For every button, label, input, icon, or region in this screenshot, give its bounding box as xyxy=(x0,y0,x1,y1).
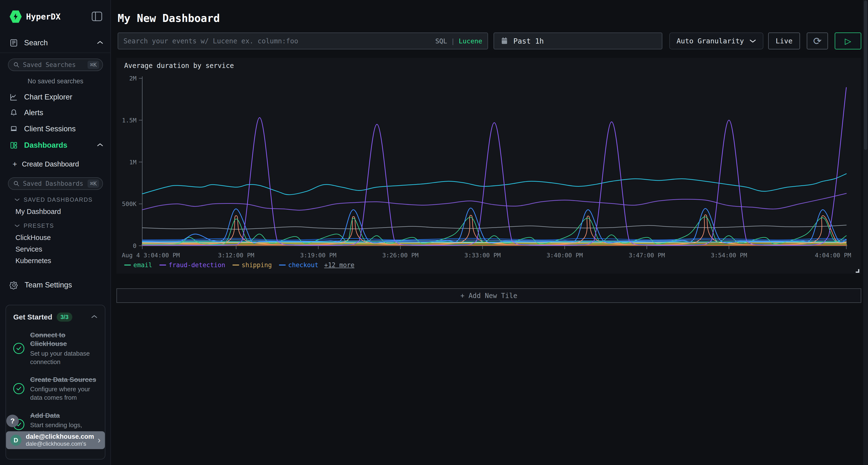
toggle-divider: | xyxy=(451,37,455,45)
x-tick-label: 3:12:00 PM xyxy=(218,252,254,259)
lucene-toggle[interactable]: Lucene xyxy=(459,37,482,45)
get-started-item-title: Add Data xyxy=(30,411,98,420)
sidebar-item-client-sessions[interactable]: Client Sessions xyxy=(10,123,103,135)
legend-swatch xyxy=(124,265,131,266)
presets-section-header[interactable]: PRESETS xyxy=(14,222,54,229)
chart-line-unnamed-dark-orange xyxy=(142,245,846,245)
user-menu[interactable]: D dale@clickhouse.com dale@clickhouse.co… xyxy=(6,431,105,449)
dashboards-grid-icon xyxy=(10,141,18,150)
shortcut-badge: ⌘K xyxy=(88,61,99,69)
sidebar-item-dashboards[interactable]: Dashboards xyxy=(10,139,103,152)
page-title: My New Dashboard xyxy=(118,12,220,24)
chevron-up-icon[interactable] xyxy=(97,40,103,45)
sql-toggle[interactable]: SQL xyxy=(435,37,447,45)
legend-item-checkout[interactable]: checkout xyxy=(279,261,318,269)
sidebar-item-kubernetes[interactable]: Kubernetes xyxy=(16,257,51,265)
y-tick-label: 0 xyxy=(133,242,136,250)
chevron-down-icon xyxy=(14,198,20,201)
y-tick-label: 500K xyxy=(122,200,136,207)
legend-label: shipping xyxy=(242,261,272,269)
calendar-icon xyxy=(501,37,508,45)
get-started-item-title: Connect to ClickHouse xyxy=(30,331,98,348)
legend-item-email[interactable]: email xyxy=(124,261,152,269)
main-content: My New Dashboard SQL | Lucene Past 1h Au… xyxy=(112,0,863,465)
laptop-icon xyxy=(10,125,18,133)
time-range-value: Past 1h xyxy=(513,37,544,45)
saved-searches-input[interactable] xyxy=(23,61,88,68)
avatar: D xyxy=(10,435,22,446)
tile-resize-handle[interactable] xyxy=(856,269,859,273)
saved-dashboards-section-header[interactable]: SAVED DASHBOARDS xyxy=(14,196,93,203)
search-section-label: Search xyxy=(24,38,48,47)
legend-label: fraud-detection xyxy=(168,261,225,269)
scrollbar-thumb[interactable] xyxy=(864,0,867,150)
get-started-item-title: Create Data Sources xyxy=(30,375,98,384)
granularity-select[interactable]: Auto Granularity xyxy=(669,33,763,49)
get-started-item-sources[interactable]: Create Data Sources Configure where your… xyxy=(13,375,98,402)
legend-swatch xyxy=(279,265,286,266)
section-label: PRESETS xyxy=(24,222,54,229)
run-query-button[interactable]: ▷ xyxy=(835,33,861,49)
saved-searches-searchbox[interactable]: ⌘K xyxy=(8,59,103,71)
chart-line-unnamed-cyan xyxy=(142,174,846,195)
refresh-icon: ⟳ xyxy=(813,35,822,47)
dashboard-tile[interactable]: Average duration by service 2M1.5M1M500K… xyxy=(117,58,861,274)
chevron-down-icon xyxy=(749,39,756,43)
team-settings-label: Team Settings xyxy=(25,281,72,289)
section-label: SAVED DASHBOARDS xyxy=(24,196,93,203)
chevron-right-icon: › xyxy=(98,435,100,445)
help-button[interactable]: ? xyxy=(6,414,19,427)
add-new-tile-button[interactable]: + Add New Tile xyxy=(117,289,861,303)
app-name: HyperDX xyxy=(26,12,61,22)
chart-line-unnamed-grey xyxy=(142,225,846,229)
granularity-value: Auto Granularity xyxy=(677,37,744,45)
time-range-picker[interactable]: Past 1h xyxy=(494,33,662,49)
chart-explorer-icon xyxy=(10,93,18,101)
hyperdx-logo-icon xyxy=(10,10,22,23)
create-dashboard-label: Create Dashboard xyxy=(22,160,79,168)
legend-item-fraud-detection[interactable]: fraud-detection xyxy=(159,261,225,269)
shortcut-badge: ⌘K xyxy=(88,179,99,188)
legend-more-link[interactable]: +12 more xyxy=(324,261,354,269)
live-button[interactable]: Live xyxy=(768,33,800,49)
sidebar: HyperDX Search ⌘K No saved searches Char… xyxy=(0,0,111,465)
gear-icon xyxy=(10,281,18,289)
duration-line-chart: 2M1.5M1M500K0Aug 4 3:04:00 PM3:12:00 PM3… xyxy=(117,58,861,260)
sidebar-item-services[interactable]: Services xyxy=(16,245,42,253)
refresh-button[interactable]: ⟳ xyxy=(807,33,828,49)
x-tick-label: 3:47:00 PM xyxy=(628,252,665,259)
check-circle-icon xyxy=(13,343,24,354)
sidebar-item-search[interactable]: Search xyxy=(10,37,103,49)
chart-line-unnamed-blue-low xyxy=(142,238,846,240)
x-tick-label: 3:33:00 PM xyxy=(464,252,501,259)
nav-label: Client Sessions xyxy=(24,125,76,133)
legend-label: email xyxy=(133,261,152,269)
chevron-up-icon[interactable] xyxy=(97,143,103,148)
sidebar-item-clickhouse[interactable]: ClickHouse xyxy=(16,234,51,242)
chart-line-checkout xyxy=(142,208,846,243)
get-started-progress-badge: 3/3 xyxy=(57,312,72,322)
sidebar-collapse-icon[interactable] xyxy=(92,11,102,21)
chevron-up-icon[interactable] xyxy=(91,315,98,320)
app-logo[interactable]: HyperDX xyxy=(10,10,61,23)
sidebar-item-chart-explorer[interactable]: Chart Explorer xyxy=(10,91,103,103)
get-started-item-desc: Configure where your data comes from xyxy=(30,385,98,402)
nav-label: Alerts xyxy=(24,108,43,117)
event-search-bar[interactable]: SQL | Lucene xyxy=(118,33,488,49)
y-tick-label: 1M xyxy=(129,159,136,166)
legend-item-shipping[interactable]: shipping xyxy=(232,261,272,269)
saved-dashboards-searchbox[interactable]: ⌘K xyxy=(8,177,103,190)
sidebar-item-my-dashboard[interactable]: My Dashboard xyxy=(16,208,61,215)
create-dashboard-button[interactable]: + Create Dashboard xyxy=(12,160,79,169)
sidebar-item-team-settings[interactable]: Team Settings xyxy=(10,279,103,291)
page-scrollbar[interactable] xyxy=(863,0,868,465)
sidebar-item-alerts[interactable]: Alerts xyxy=(10,106,103,119)
y-tick-label: 1.5M xyxy=(122,117,136,124)
event-search-input[interactable] xyxy=(123,37,435,45)
get-started-item-connect[interactable]: Connect to ClickHouse Set up your databa… xyxy=(13,331,98,366)
search-icon xyxy=(13,180,20,187)
chart-line-unnamed-orange-base xyxy=(142,244,846,245)
legend-swatch xyxy=(232,265,239,266)
saved-dashboards-input[interactable] xyxy=(23,180,88,187)
nav-label: Dashboards xyxy=(24,141,67,150)
